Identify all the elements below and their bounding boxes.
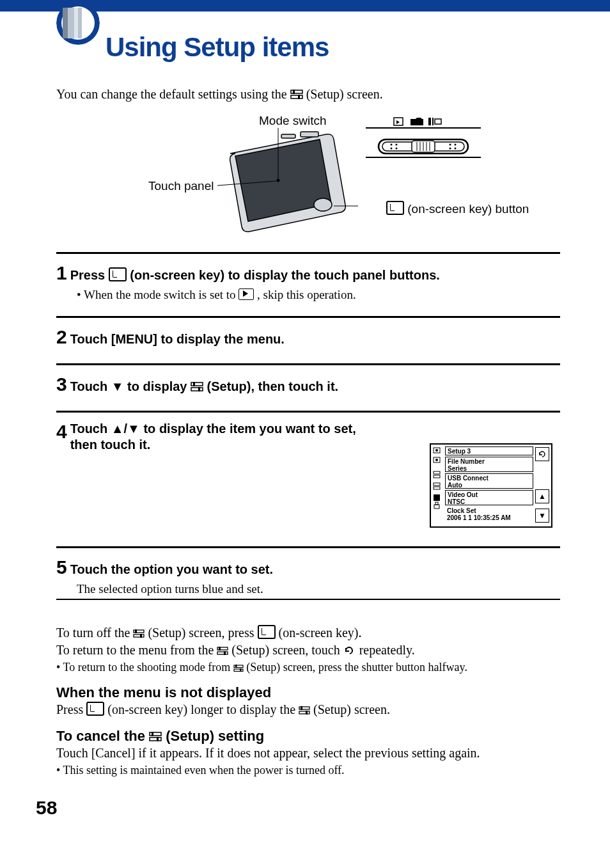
- mini-sidebar-icons: [432, 446, 442, 523]
- page-title: Using Setup items: [106, 32, 329, 63]
- svg-rect-49: [434, 483, 440, 485]
- svg-rect-42: [198, 387, 200, 391]
- bt-l1a: To turn off the: [56, 626, 133, 640]
- bt-l4b: (on-screen key) longer to display the: [107, 702, 299, 716]
- heading-cancel-setup: To cancel the (Setup) setting: [56, 727, 560, 745]
- mini-up-button[interactable]: ▲: [535, 489, 549, 503]
- divider: [56, 411, 560, 413]
- step-1-sub-before: • When the mode switch is set to: [77, 288, 239, 301]
- bt-l2a: To return to the menu from the: [56, 643, 217, 657]
- svg-rect-71: [150, 738, 161, 741]
- step-3-number: 3: [56, 374, 67, 395]
- step-5-sub: The selected option turns blue and set.: [77, 582, 560, 596]
- svg-rect-69: [306, 711, 308, 714]
- svg-rect-56: [135, 629, 137, 633]
- step-5-text: Touch the option you want to set.: [70, 562, 273, 576]
- svg-rect-73: [157, 737, 159, 741]
- svg-rect-39: [191, 383, 203, 386]
- divider: [56, 316, 560, 318]
- svg-rect-51: [434, 494, 440, 501]
- on-screen-key-icon: [386, 201, 404, 215]
- setup-icon: [133, 629, 145, 638]
- svg-point-37: [450, 148, 451, 150]
- bt-l4a: Press: [56, 702, 86, 716]
- label-mode-switch: Mode switch: [259, 114, 327, 128]
- step-1: 1 Press (on-screen key) to display the t…: [56, 262, 560, 302]
- bt-l2c: repeatedly.: [359, 643, 415, 657]
- svg-point-10: [314, 198, 332, 211]
- h2a: To cancel the: [56, 728, 149, 744]
- setup-icon: [149, 732, 162, 742]
- mini-row-video-out[interactable]: Video OutNTSC: [445, 490, 533, 505]
- svg-rect-50: [434, 487, 440, 489]
- step-3: 3 Touch ▼ to display (Setup), then touch…: [56, 374, 560, 395]
- page-number: 58: [36, 797, 57, 819]
- svg-rect-4: [63, 8, 68, 38]
- step-4-number: 4: [56, 421, 67, 443]
- svg-point-35: [450, 144, 451, 146]
- intro-before: You can change the default settings usin…: [56, 87, 290, 101]
- svg-rect-68: [301, 706, 302, 710]
- bt-l4c: (Setup) screen.: [313, 702, 390, 716]
- bt-l3a: • To return to the shooting mode from: [56, 661, 233, 674]
- step-2-text: Touch [MENU] to display the menu.: [70, 332, 285, 346]
- mini-row-file-number[interactable]: File NumberSeries: [445, 457, 533, 472]
- step-1-sub-after: , skip this operation.: [257, 288, 356, 301]
- svg-rect-40: [191, 388, 203, 391]
- divider: [56, 252, 560, 254]
- label-touch-panel: Touch panel: [148, 179, 214, 193]
- svg-rect-7: [291, 95, 302, 99]
- step-3-text-after: (Setup), then touch it.: [207, 379, 339, 393]
- svg-rect-70: [150, 732, 161, 736]
- mini-back-button[interactable]: [535, 447, 549, 461]
- on-screen-key-icon: [258, 625, 276, 639]
- svg-rect-72: [152, 732, 153, 736]
- svg-rect-57: [140, 634, 142, 638]
- bt-l3b: (Setup) screen, press the shutter button…: [246, 661, 467, 674]
- osk-text: (on-screen key) button: [407, 202, 529, 216]
- svg-rect-20: [428, 118, 431, 125]
- svg-rect-65: [240, 668, 242, 672]
- svg-rect-61: [224, 651, 226, 655]
- bt-l2b: (Setup) screen, touch: [231, 643, 343, 657]
- setup-icon: [290, 90, 303, 100]
- svg-rect-9: [298, 95, 300, 99]
- setup-icon: [191, 382, 203, 392]
- mini-row-usb-connect[interactable]: USB ConnectAuto: [445, 473, 533, 489]
- bt-l6: • This setting is maintained even when t…: [56, 762, 560, 779]
- mini-row-clock-set[interactable]: Clock Set2006 1 1 10:35:25 AM: [445, 507, 533, 522]
- bt-l1c: (on-screen key).: [279, 626, 362, 640]
- svg-point-46: [435, 459, 438, 461]
- svg-rect-63: [234, 669, 243, 672]
- svg-rect-8: [293, 90, 295, 94]
- setup-icon: [299, 706, 310, 715]
- mode-switch-detail: [366, 116, 481, 161]
- svg-rect-6: [291, 90, 302, 93]
- svg-rect-48: [434, 475, 440, 478]
- bottom-block: To turn off the (Setup) screen, press (o…: [56, 624, 560, 779]
- step-2: 2 Touch [MENU] to display the menu.: [56, 326, 560, 348]
- svg-point-31: [391, 144, 393, 146]
- step-5-number: 5: [56, 556, 67, 578]
- svg-rect-21: [432, 118, 434, 125]
- svg-rect-59: [217, 652, 228, 654]
- mini-down-button[interactable]: ▼: [535, 509, 549, 523]
- svg-rect-64: [235, 665, 237, 668]
- step-2-number: 2: [56, 326, 67, 348]
- intro-after: (Setup) screen.: [306, 87, 383, 101]
- on-screen-key-icon: [109, 267, 127, 281]
- svg-rect-12: [281, 134, 295, 138]
- svg-point-33: [391, 148, 393, 150]
- step-1-text-before: Press: [70, 268, 109, 282]
- divider: [56, 363, 560, 365]
- divider: [56, 546, 560, 548]
- step-3-text-before: Touch ▼ to display: [70, 379, 191, 393]
- svg-rect-47: [434, 471, 440, 474]
- svg-point-38: [455, 148, 457, 150]
- svg-rect-5: [74, 8, 78, 38]
- setup-icon: [233, 665, 244, 672]
- step-4-text: Touch ▲/▼ to display the item you want t…: [70, 421, 371, 453]
- step-1-text-after: (on-screen key) to display the touch pan…: [130, 268, 440, 282]
- svg-rect-55: [134, 635, 144, 637]
- heading-menu-not-displayed: When the menu is not displayed: [56, 684, 560, 701]
